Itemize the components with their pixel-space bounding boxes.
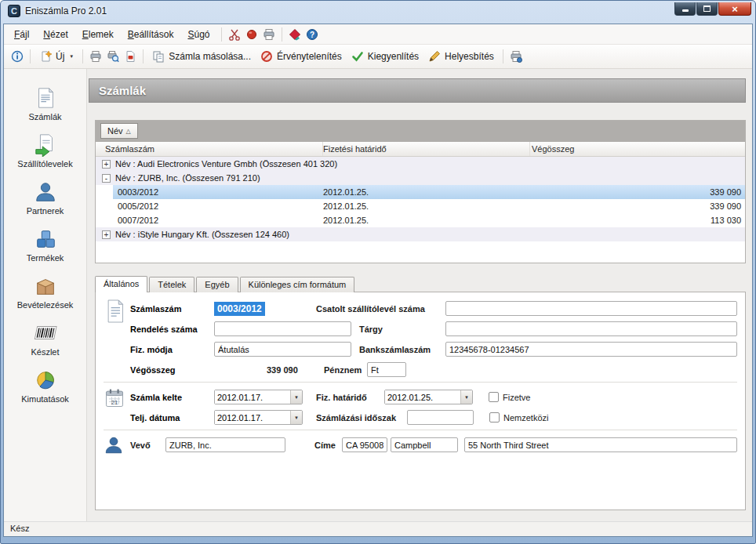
invalidate-button[interactable]: Érvénytelenítés [256, 47, 347, 66]
customer-label: Vevő [130, 441, 165, 450]
international-checkbox[interactable] [489, 412, 500, 423]
completion-date-input[interactable] [215, 411, 290, 424]
due-date-label: Fiz. határidő [316, 393, 384, 402]
menu-file[interactable]: Fájl [7, 26, 36, 43]
delivery-note-icon [34, 133, 57, 157]
currency-input[interactable] [367, 362, 406, 377]
billing-period-input[interactable] [407, 410, 474, 425]
address-city-input[interactable] [391, 437, 458, 452]
sidebar-item-keszlet[interactable]: Készlet [8, 317, 83, 364]
bank-account-input[interactable] [445, 342, 737, 357]
tab-altalanos[interactable]: Általános [95, 276, 147, 292]
info-icon[interactable] [9, 48, 26, 65]
column-header-szamlaszam[interactable]: Számlaszám [96, 142, 323, 156]
cell-total: 339 090 [530, 201, 745, 211]
correction-button[interactable]: Helyesbítés [423, 47, 499, 66]
expand-icon[interactable]: + [102, 160, 111, 169]
help-icon[interactable]: ? [303, 26, 321, 43]
settle-button[interactable]: Kiegyenlítés [347, 47, 423, 66]
print-icon[interactable] [87, 48, 104, 65]
new-button[interactable]: Új ▼ [35, 47, 78, 66]
pencil-icon [428, 50, 441, 63]
window-title: Eniszámla Pro 2.01 [25, 5, 107, 16]
group-by-label: Név [107, 126, 123, 136]
cut-icon[interactable] [226, 26, 243, 43]
bank-account-label: Bankszámlaszám [359, 345, 445, 354]
column-header-vegosszeg[interactable]: Végösszeg [530, 144, 745, 154]
address-street-input[interactable] [464, 437, 737, 452]
chevron-down-icon[interactable]: ▼ [460, 390, 472, 404]
order-number-input[interactable] [214, 321, 351, 336]
cell-total: 113 030 [530, 216, 745, 225]
sidebar-item-termekek[interactable]: Termékek [8, 223, 83, 270]
sidebar-item-bevetelezesek[interactable]: Bevételezések [8, 270, 83, 317]
page-title-banner: Számlák [89, 78, 746, 103]
separator [221, 27, 222, 42]
total-value: 339 090 [214, 365, 316, 375]
table-row[interactable]: 0003/2012 2012.01.25. 339 090 [113, 185, 745, 199]
group-row[interactable]: - Név : ZURB, Inc. (Összesen 791 210) [96, 171, 745, 185]
print-icon[interactable] [260, 26, 278, 43]
payment-method-label: Fiz. módja [130, 345, 214, 354]
new-icon [39, 50, 52, 63]
subject-input[interactable] [445, 321, 737, 336]
minimize-button[interactable] [674, 2, 696, 16]
sidebar: Számlák Szállítólevelek [4, 69, 87, 521]
table-row[interactable]: 0007/2012 2012.01.25. 113 030 [113, 213, 745, 227]
group-label: Név : iStyle Hungary Kft. (Összesen 124 … [115, 230, 289, 239]
sidebar-item-label: Bevételezések [17, 300, 74, 310]
cell-total: 339 090 [530, 187, 745, 197]
chevron-down-icon[interactable]: ▼ [290, 411, 302, 424]
invoice-date-combo[interactable]: ▼ [214, 390, 303, 404]
menu-help[interactable]: Súgó [180, 26, 216, 43]
pdf-icon[interactable] [122, 48, 139, 65]
status-bar: Kész [4, 521, 752, 536]
address-label: Címe [314, 441, 342, 450]
new-label: Új [56, 51, 64, 62]
maximize-button[interactable] [696, 2, 718, 16]
subject-label: Tárgy [359, 325, 445, 334]
menu-settings[interactable]: Beállítások [121, 26, 181, 43]
sidebar-item-szallitolevelek[interactable]: Szállítólevelek [8, 129, 83, 176]
invoice-date-input[interactable] [215, 390, 290, 404]
tab-egyeb[interactable]: Egyéb [196, 277, 238, 292]
copy-invoice-label: Számla másolása... [169, 51, 251, 62]
chevron-down-icon[interactable]: ▼ [290, 390, 302, 404]
completion-date-label: Telj. dátuma [130, 413, 214, 423]
delete-icon[interactable] [243, 26, 260, 43]
sidebar-item-partnerek[interactable]: Partnerek [8, 176, 83, 223]
due-date-input[interactable] [385, 390, 460, 404]
group-row[interactable]: + Név : Audi Electronics Venture Gmbh (Ö… [96, 157, 745, 171]
column-header-hatarido[interactable]: Fizetési határidő [323, 142, 530, 156]
check-icon [351, 50, 364, 63]
person-icon [34, 180, 57, 204]
sidebar-item-kimutatasok[interactable]: Kimutatások [8, 364, 83, 411]
diamond-icon[interactable] [286, 26, 303, 43]
print-preview-icon[interactable] [104, 48, 122, 65]
tab-tetelek[interactable]: Tételek [149, 277, 194, 292]
attached-note-input[interactable] [445, 301, 737, 316]
expand-icon[interactable]: + [102, 230, 111, 239]
tab-kulonleges-cim[interactable]: Különleges cím formátum [240, 277, 355, 292]
detail-tabs: Általános Tételek Egyéb Különleges cím f… [95, 276, 746, 292]
payment-method-input[interactable] [214, 342, 351, 357]
paid-checkbox[interactable] [489, 392, 499, 402]
menu-elements[interactable]: Elemek [75, 26, 121, 43]
close-button[interactable]: × [718, 2, 751, 16]
table-row[interactable]: 0005/2012 2012.01.25. 339 090 [113, 199, 745, 213]
calendar-icon: 21 [102, 389, 130, 405]
group-by-nev-button[interactable]: Név △ [100, 123, 138, 139]
menu-view[interactable]: Nézet [36, 26, 75, 43]
sidebar-item-label: Számlák [28, 112, 61, 121]
collapse-icon[interactable]: - [102, 174, 111, 183]
billing-period-label: Számlázási időszak [316, 413, 407, 423]
address-zip-input[interactable] [342, 437, 387, 452]
invoice-date-label: Számla kelte [130, 393, 214, 402]
customer-input[interactable] [165, 437, 285, 452]
sidebar-item-szamlak[interactable]: Számlák [8, 82, 83, 129]
due-date-combo[interactable]: ▼ [384, 390, 473, 404]
completion-date-combo[interactable]: ▼ [214, 410, 303, 425]
group-row[interactable]: + Név : iStyle Hungary Kft. (Összesen 12… [96, 227, 745, 241]
copy-invoice-button[interactable]: Számla másolása... [147, 47, 256, 66]
print-settings-icon[interactable] [507, 48, 525, 65]
